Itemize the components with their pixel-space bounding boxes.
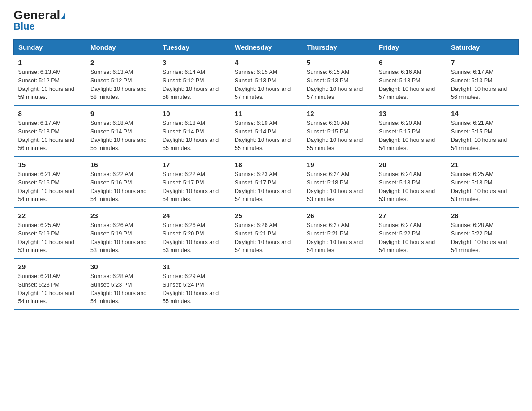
day-info: Sunrise: 6:21 AMSunset: 5:16 PMDaylight:… xyxy=(18,170,82,204)
header-sunday: Sunday xyxy=(14,40,86,55)
calendar-cell: 9 Sunrise: 6:18 AMSunset: 5:14 PMDayligh… xyxy=(86,106,158,157)
day-number: 29 xyxy=(18,263,82,270)
day-info: Sunrise: 6:18 AMSunset: 5:14 PMDaylight:… xyxy=(163,119,225,153)
day-info: Sunrise: 6:14 AMSunset: 5:12 PMDaylight:… xyxy=(163,68,225,102)
day-info: Sunrise: 6:27 AMSunset: 5:21 PMDaylight:… xyxy=(307,221,369,255)
day-info: Sunrise: 6:26 AMSunset: 5:19 PMDaylight:… xyxy=(90,221,153,255)
logo: General Blue xyxy=(13,9,65,32)
day-number: 21 xyxy=(451,161,514,168)
day-number: 5 xyxy=(307,59,369,66)
day-info: Sunrise: 6:22 AMSunset: 5:17 PMDaylight:… xyxy=(163,170,225,204)
calendar-cell: 1 Sunrise: 6:13 AMSunset: 5:12 PMDayligh… xyxy=(14,55,86,106)
day-number: 20 xyxy=(379,161,442,168)
calendar-cell: 26 Sunrise: 6:27 AMSunset: 5:21 PMDaylig… xyxy=(302,208,374,259)
calendar-table: SundayMondayTuesdayWednesdayThursdayFrid… xyxy=(13,39,519,310)
calendar-cell: 4 Sunrise: 6:15 AMSunset: 5:13 PMDayligh… xyxy=(230,55,302,106)
calendar-cell: 21 Sunrise: 6:25 AMSunset: 5:18 PMDaylig… xyxy=(446,157,519,208)
day-info: Sunrise: 6:25 AMSunset: 5:18 PMDaylight:… xyxy=(451,170,514,204)
day-info: Sunrise: 6:24 AMSunset: 5:18 PMDaylight:… xyxy=(307,170,369,204)
day-number: 27 xyxy=(379,212,442,219)
day-info: Sunrise: 6:28 AMSunset: 5:23 PMDaylight:… xyxy=(18,272,82,306)
day-info: Sunrise: 6:26 AMSunset: 5:21 PMDaylight:… xyxy=(235,221,297,255)
calendar-cell: 14 Sunrise: 6:21 AMSunset: 5:15 PMDaylig… xyxy=(446,106,519,157)
day-info: Sunrise: 6:22 AMSunset: 5:16 PMDaylight:… xyxy=(90,170,153,204)
calendar-cell: 2 Sunrise: 6:13 AMSunset: 5:12 PMDayligh… xyxy=(86,55,158,106)
calendar-cell: 28 Sunrise: 6:28 AMSunset: 5:22 PMDaylig… xyxy=(446,208,519,259)
day-info: Sunrise: 6:28 AMSunset: 5:22 PMDaylight:… xyxy=(451,221,514,255)
calendar-cell: 20 Sunrise: 6:24 AMSunset: 5:18 PMDaylig… xyxy=(374,157,446,208)
day-number: 28 xyxy=(451,212,514,219)
day-number: 2 xyxy=(90,59,153,66)
day-info: Sunrise: 6:13 AMSunset: 5:12 PMDaylight:… xyxy=(90,68,153,102)
calendar-cell: 12 Sunrise: 6:20 AMSunset: 5:15 PMDaylig… xyxy=(302,106,374,157)
day-number: 3 xyxy=(163,59,225,66)
day-info: Sunrise: 6:15 AMSunset: 5:13 PMDaylight:… xyxy=(235,68,297,102)
calendar-cell: 27 Sunrise: 6:27 AMSunset: 5:22 PMDaylig… xyxy=(374,208,446,259)
calendar-cell: 22 Sunrise: 6:25 AMSunset: 5:19 PMDaylig… xyxy=(14,208,86,259)
week-row-3: 15 Sunrise: 6:21 AMSunset: 5:16 PMDaylig… xyxy=(14,157,519,208)
calendar-cell: 13 Sunrise: 6:20 AMSunset: 5:15 PMDaylig… xyxy=(374,106,446,157)
day-number: 8 xyxy=(18,110,82,117)
day-number: 25 xyxy=(235,212,297,219)
day-info: Sunrise: 6:16 AMSunset: 5:13 PMDaylight:… xyxy=(379,68,442,102)
day-number: 13 xyxy=(379,110,442,117)
calendar-cell: 25 Sunrise: 6:26 AMSunset: 5:21 PMDaylig… xyxy=(230,208,302,259)
calendar-cell xyxy=(446,259,519,310)
day-number: 15 xyxy=(18,161,82,168)
day-number: 16 xyxy=(90,161,153,168)
day-info: Sunrise: 6:20 AMSunset: 5:15 PMDaylight:… xyxy=(307,119,369,153)
header-monday: Monday xyxy=(86,40,158,55)
calendar-cell: 16 Sunrise: 6:22 AMSunset: 5:16 PMDaylig… xyxy=(86,157,158,208)
day-number: 18 xyxy=(235,161,297,168)
header-saturday: Saturday xyxy=(446,40,519,55)
header-thursday: Thursday xyxy=(302,40,374,55)
day-number: 1 xyxy=(18,59,82,66)
day-info: Sunrise: 6:20 AMSunset: 5:15 PMDaylight:… xyxy=(379,119,442,153)
calendar-cell: 5 Sunrise: 6:15 AMSunset: 5:13 PMDayligh… xyxy=(302,55,374,106)
day-number: 9 xyxy=(90,110,153,117)
day-info: Sunrise: 6:15 AMSunset: 5:13 PMDaylight:… xyxy=(307,68,369,102)
day-info: Sunrise: 6:19 AMSunset: 5:14 PMDaylight:… xyxy=(235,119,297,153)
calendar-cell: 10 Sunrise: 6:18 AMSunset: 5:14 PMDaylig… xyxy=(158,106,230,157)
header-wednesday: Wednesday xyxy=(230,40,302,55)
calendar-cell xyxy=(230,259,302,310)
calendar-cell: 8 Sunrise: 6:17 AMSunset: 5:13 PMDayligh… xyxy=(14,106,86,157)
week-row-5: 29 Sunrise: 6:28 AMSunset: 5:23 PMDaylig… xyxy=(14,259,519,310)
day-info: Sunrise: 6:21 AMSunset: 5:15 PMDaylight:… xyxy=(451,119,514,153)
day-info: Sunrise: 6:25 AMSunset: 5:19 PMDaylight:… xyxy=(18,221,82,255)
day-info: Sunrise: 6:28 AMSunset: 5:23 PMDaylight:… xyxy=(90,272,153,306)
day-number: 22 xyxy=(18,212,82,219)
calendar-cell: 11 Sunrise: 6:19 AMSunset: 5:14 PMDaylig… xyxy=(230,106,302,157)
day-info: Sunrise: 6:29 AMSunset: 5:24 PMDaylight:… xyxy=(163,272,225,306)
calendar-cell: 30 Sunrise: 6:28 AMSunset: 5:23 PMDaylig… xyxy=(86,259,158,310)
day-number: 17 xyxy=(163,161,225,168)
calendar-cell: 3 Sunrise: 6:14 AMSunset: 5:12 PMDayligh… xyxy=(158,55,230,106)
week-row-2: 8 Sunrise: 6:17 AMSunset: 5:13 PMDayligh… xyxy=(14,106,519,157)
day-info: Sunrise: 6:17 AMSunset: 5:13 PMDaylight:… xyxy=(451,68,514,102)
calendar-cell: 18 Sunrise: 6:23 AMSunset: 5:17 PMDaylig… xyxy=(230,157,302,208)
calendar-cell: 29 Sunrise: 6:28 AMSunset: 5:23 PMDaylig… xyxy=(14,259,86,310)
calendar-cell: 7 Sunrise: 6:17 AMSunset: 5:13 PMDayligh… xyxy=(446,55,519,106)
day-number: 24 xyxy=(163,212,225,219)
calendar-cell: 23 Sunrise: 6:26 AMSunset: 5:19 PMDaylig… xyxy=(86,208,158,259)
day-info: Sunrise: 6:26 AMSunset: 5:20 PMDaylight:… xyxy=(163,221,225,255)
day-number: 19 xyxy=(307,161,369,168)
calendar-cell xyxy=(374,259,446,310)
header-tuesday: Tuesday xyxy=(158,40,230,55)
logo-name: General xyxy=(13,9,65,21)
day-info: Sunrise: 6:27 AMSunset: 5:22 PMDaylight:… xyxy=(379,221,442,255)
calendar-cell: 6 Sunrise: 6:16 AMSunset: 5:13 PMDayligh… xyxy=(374,55,446,106)
calendar-cell: 24 Sunrise: 6:26 AMSunset: 5:20 PMDaylig… xyxy=(158,208,230,259)
day-number: 6 xyxy=(379,59,442,66)
day-number: 10 xyxy=(163,110,225,117)
calendar-cell: 31 Sunrise: 6:29 AMSunset: 5:24 PMDaylig… xyxy=(158,259,230,310)
day-info: Sunrise: 6:18 AMSunset: 5:14 PMDaylight:… xyxy=(90,119,153,153)
day-info: Sunrise: 6:24 AMSunset: 5:18 PMDaylight:… xyxy=(379,170,442,204)
calendar-cell xyxy=(302,259,374,310)
week-row-1: 1 Sunrise: 6:13 AMSunset: 5:12 PMDayligh… xyxy=(14,55,519,106)
day-number: 7 xyxy=(451,59,514,66)
day-number: 12 xyxy=(307,110,369,117)
calendar-cell: 17 Sunrise: 6:22 AMSunset: 5:17 PMDaylig… xyxy=(158,157,230,208)
logo-blue: Blue xyxy=(13,21,35,32)
calendar-cell: 15 Sunrise: 6:21 AMSunset: 5:16 PMDaylig… xyxy=(14,157,86,208)
